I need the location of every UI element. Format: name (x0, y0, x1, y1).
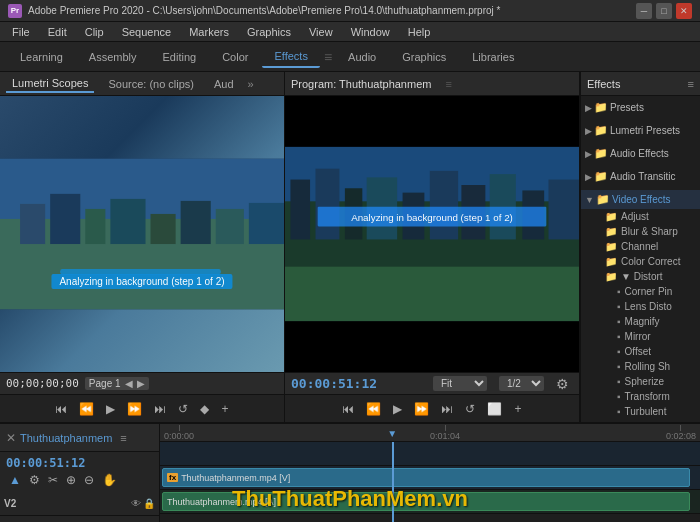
step-frame-back-button[interactable]: ⏪ (75, 400, 98, 418)
program-panel: Program: Thuthuatphanmem ≡ (285, 72, 580, 422)
v2-label: V2 (4, 498, 16, 509)
lumetri-scopes-tab[interactable]: Lumetri Scopes (6, 75, 94, 93)
app-icon: Pr (8, 4, 22, 18)
close-button[interactable]: ✕ (676, 3, 692, 19)
svg-rect-25 (549, 180, 579, 240)
menu-markers[interactable]: Markers (181, 24, 237, 40)
prog-frame-fwd[interactable]: ⏩ (410, 400, 433, 418)
loop-button[interactable]: ↺ (174, 400, 192, 418)
settings-button[interactable]: ⚙ (552, 374, 573, 394)
svg-text:Analyzing in background (step : Analyzing in background (step 1 of 2) (351, 212, 513, 223)
prog-step-back[interactable]: ⏮ (338, 400, 358, 418)
svg-rect-5 (85, 209, 105, 244)
step-back-button[interactable]: ⏮ (51, 400, 71, 418)
playhead[interactable] (392, 442, 394, 522)
effect-adjust[interactable]: 📁 Adjust (581, 209, 700, 224)
audio-transitions-header[interactable]: ▶ 📁 Audio Transitic (581, 167, 700, 186)
page-nav-prev[interactable]: ◀ (125, 378, 133, 389)
effect-transform[interactable]: ▪ Transform (581, 389, 700, 404)
window-controls[interactable]: ─ □ ✕ (636, 3, 692, 19)
effect-rolling-shutter[interactable]: ▪ Rolling Sh (581, 359, 700, 374)
razor-tool[interactable]: ✂ (45, 472, 61, 488)
play-button[interactable]: ▶ (102, 400, 119, 418)
aud-tab[interactable]: Aud (208, 76, 240, 92)
menu-sequence[interactable]: Sequence (114, 24, 180, 40)
source-timecode: 00;00;00;00 (6, 377, 79, 390)
source-tab[interactable]: Source: (no clips) (102, 76, 200, 92)
zoom-in-tool[interactable]: ⊕ (63, 472, 79, 488)
v2-eye-icon[interactable]: 👁 (131, 498, 141, 509)
menu-edit[interactable]: Edit (40, 24, 75, 40)
audio-clip[interactable]: Thuthuatphanmem.mp4 [A] (162, 492, 690, 511)
effect-spherize[interactable]: ▪ Spherize (581, 374, 700, 389)
zoom-out-tool[interactable]: ⊖ (81, 472, 97, 488)
tab-effects[interactable]: Effects (262, 46, 319, 68)
effect-offset[interactable]: ▪ Offset (581, 344, 700, 359)
panel-more-arrow[interactable]: » (248, 78, 254, 90)
tab-graphics[interactable]: Graphics (390, 47, 458, 67)
marker-button[interactable]: ◆ (196, 400, 213, 418)
minimize-button[interactable]: ─ (636, 3, 652, 19)
effect-blur-sharp[interactable]: 📁 Blur & Sharp (581, 224, 700, 239)
tab-audio[interactable]: Audio (336, 47, 388, 67)
effect-color-correct[interactable]: 📁 Color Correct (581, 254, 700, 269)
tab-assembly[interactable]: Assembly (77, 47, 149, 67)
presets-label: Presets (610, 102, 644, 113)
lumetri-header[interactable]: ▶ 📁 Lumetri Presets (581, 121, 700, 140)
hand-tool[interactable]: ✋ (99, 472, 120, 488)
rolling-sh-label: Rolling Sh (625, 361, 671, 372)
program-playback-controls: ⏮ ⏪ ▶ ⏩ ⏭ ↺ ⬜ + (285, 394, 579, 422)
effect-channel[interactable]: 📁 Channel (581, 239, 700, 254)
menu-clip[interactable]: Clip (77, 24, 112, 40)
tab-editing[interactable]: Editing (151, 47, 209, 67)
svg-rect-16 (290, 180, 310, 240)
svg-rect-21 (430, 171, 458, 240)
transform-icon: ▪ (617, 391, 621, 402)
menu-view[interactable]: View (301, 24, 341, 40)
effects-menu-icon[interactable]: ≡ (688, 78, 694, 90)
tab-libraries[interactable]: Libraries (460, 47, 526, 67)
tab-separator: ≡ (324, 49, 332, 65)
lumetri-arrow: ▶ (585, 126, 592, 136)
timeline-timecode-area: 00:00:51:12 ▲ ⚙ ✂ ⊕ ⊖ ✋ (0, 452, 159, 492)
menu-graphics[interactable]: Graphics (239, 24, 299, 40)
edit-tool[interactable]: ⚙ (26, 472, 43, 488)
menu-help[interactable]: Help (400, 24, 439, 40)
tab-learning[interactable]: Learning (8, 47, 75, 67)
effect-distort-header[interactable]: 📁 ▼ Distort (581, 269, 700, 284)
maximize-button[interactable]: □ (656, 3, 672, 19)
menu-window[interactable]: Window (343, 24, 398, 40)
step-forward-button[interactable]: ⏭ (150, 400, 170, 418)
video-clip[interactable]: fx Thuthuatphanmem.mp4 [V] (162, 468, 690, 487)
selector-tool[interactable]: ▲ (6, 472, 24, 488)
close-timeline-icon[interactable]: ✕ (6, 431, 16, 445)
prog-loop[interactable]: ↺ (461, 400, 479, 418)
prog-play[interactable]: ▶ (389, 400, 406, 418)
mirror-icon: ▪ (617, 331, 621, 342)
timeline-menu-icon[interactable]: ≡ (120, 432, 126, 444)
program-timecode-bar: 00:00:51:12 Fit 25% 50% 100% 1/2 Full ⚙ (285, 372, 579, 394)
page-nav-next[interactable]: ▶ (137, 378, 145, 389)
fit-select[interactable]: Fit 25% 50% 100% (433, 376, 487, 391)
effect-mirror[interactable]: ▪ Mirror (581, 329, 700, 344)
effect-lens-distort[interactable]: ▪ Lens Disto (581, 299, 700, 314)
add-marker-button[interactable]: + (217, 400, 232, 418)
prog-frame-back[interactable]: ⏪ (362, 400, 385, 418)
step-frame-forward-button[interactable]: ⏩ (123, 400, 146, 418)
menu-file[interactable]: File (4, 24, 38, 40)
v2-lock-icon[interactable]: 🔒 (143, 498, 155, 509)
presets-arrow: ▶ (585, 103, 592, 113)
prog-safe-margin[interactable]: ⬜ (483, 400, 506, 418)
prog-add[interactable]: + (510, 400, 525, 418)
effect-corner-pin[interactable]: ▪ Corner Pin (581, 284, 700, 299)
video-effects-header[interactable]: ▼ 📁 Video Effects (581, 190, 700, 209)
program-menu-icon[interactable]: ≡ (445, 78, 451, 90)
tab-color[interactable]: Color (210, 47, 260, 67)
presets-header[interactable]: ▶ 📁 Presets (581, 98, 700, 117)
svg-rect-8 (181, 201, 211, 244)
prog-step-fwd[interactable]: ⏭ (437, 400, 457, 418)
ratio-select[interactable]: 1/2 Full (499, 376, 544, 391)
effect-turbulent[interactable]: ▪ Turbulent (581, 404, 700, 419)
effect-magnify[interactable]: ▪ Magnify (581, 314, 700, 329)
audio-effects-header[interactable]: ▶ 📁 Audio Effects (581, 144, 700, 163)
